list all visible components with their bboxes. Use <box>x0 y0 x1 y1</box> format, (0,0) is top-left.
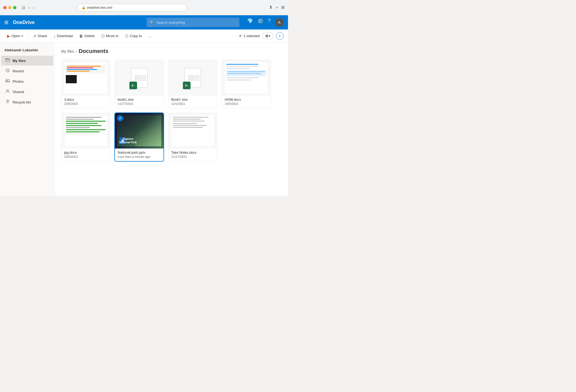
file-name: book1.xlsx <box>118 98 161 102</box>
maximize-window-button[interactable] <box>13 6 16 9</box>
info-button[interactable]: i <box>276 32 284 40</box>
file-card-3docx[interactable]: 3.docx 10/5/2021 <box>61 60 110 108</box>
file-info-takenotesdocx: Take Notes.docx 11/17/2021 <box>168 149 217 161</box>
content-area: My files › Documents <box>55 43 288 196</box>
download-button[interactable]: ↓ Download <box>51 32 76 40</box>
docx-notes-preview <box>171 115 215 147</box>
docx-text-preview <box>224 62 268 94</box>
copy-to-button[interactable]: ⬡ Copy to <box>122 32 145 40</box>
close-window-button[interactable] <box>3 6 7 9</box>
sidebar-item-recent[interactable]: Recent <box>1 66 53 76</box>
share-icon: ↗ <box>33 34 36 38</box>
breadcrumb-parent[interactable]: My files <box>61 49 74 54</box>
back-button[interactable]: ‹ <box>27 4 31 11</box>
file-card-takenotesdocx[interactable]: Take Notes.docx 11/17/2021 <box>168 113 217 161</box>
file-grid: 3.docx 10/5/2021 <box>61 60 281 161</box>
file-thumbnail-howdocx <box>222 60 271 96</box>
avatar[interactable]: A <box>275 18 284 27</box>
open-label: Open <box>11 34 20 38</box>
more-button[interactable]: ... <box>146 32 154 39</box>
file-date: 10/5/2021 <box>64 102 107 105</box>
onedrive-app: ⊞ OneDrive 🔍 💎 ⚙️ ? A ▶ Open ▾ ↗ Share ↓… <box>0 15 288 196</box>
move-icon: ⬡ <box>101 34 105 38</box>
grid-view-icon: ⊞ <box>265 34 268 38</box>
file-info-pptx: National-park.pptx Less than a minute ag… <box>115 149 164 161</box>
breadcrumb-separator: › <box>76 49 77 54</box>
my-files-label: My files <box>13 59 26 63</box>
settings-icon[interactable]: ⚙️ <box>257 18 263 27</box>
delete-button[interactable]: 🗑 Delete <box>76 32 97 40</box>
file-name: 3.docx <box>64 98 107 102</box>
open-button[interactable]: ▶ Open ▾ <box>4 32 26 40</box>
url-bar[interactable]: 🔒 onedrive.live.com <box>78 4 187 11</box>
share-page-icon[interactable]: ⬆ <box>269 5 273 10</box>
sidebar-item-photos[interactable]: Photos <box>1 76 53 86</box>
sidebar-item-shared[interactable]: Shared <box>1 87 53 97</box>
sidebar-user: Aleksandr Lukashin <box>0 45 54 55</box>
shared-label: Shared <box>13 90 24 94</box>
help-icon[interactable]: ? <box>268 18 271 27</box>
file-card-jpgdocx[interactable]: jpg.docx 10/5/2021 <box>61 113 110 161</box>
sidebar-item-recycle-bin[interactable]: Recycle bin <box>1 97 53 107</box>
grid-icon[interactable]: ⊞ <box>281 5 285 10</box>
view-toggle-button[interactable]: ⊞ ▾ <box>263 32 273 39</box>
close-selection-icon[interactable]: ✕ <box>239 34 242 38</box>
file-thumbnail-3docx <box>61 60 110 96</box>
file-date: 11/27/2021 <box>118 102 161 105</box>
browser-chrome: ⊡ ‹ › 🔒 onedrive.live.com ⬆ ＋ ⊞ <box>0 0 288 15</box>
file-info-book1xlsx: book1.xlsx 11/27/2021 <box>115 96 164 108</box>
search-bar[interactable]: 🔍 <box>147 18 239 27</box>
file-date: Less than a minute ago <box>118 155 161 158</box>
file-info-book7xlsx: Book7.xlsx 12/1/2021 <box>168 96 217 108</box>
more-icon: ... <box>149 34 152 38</box>
separator-1 <box>28 33 28 39</box>
file-date: 11/17/2021 <box>171 155 214 158</box>
file-date: 10/5/2021 <box>225 102 268 105</box>
file-name: jpg.docx <box>64 151 107 155</box>
photos-label: Photos <box>13 79 23 84</box>
file-date: 12/1/2021 <box>171 102 214 105</box>
minimize-window-button[interactable] <box>8 6 11 9</box>
toolbar: ▶ Open ▾ ↗ Share ↓ Download 🗑 Delete ⬡ M… <box>0 29 288 43</box>
search-icon: 🔍 <box>150 20 154 25</box>
file-card-book7xlsx[interactable]: X ≡ Book7.xlsx 12/1/2021 <box>168 60 217 108</box>
move-to-button[interactable]: ⬡ Move to <box>99 32 121 40</box>
file-name: National-park.pptx <box>118 151 161 155</box>
delete-icon: 🗑 <box>79 34 83 38</box>
download-icon: ↓ <box>54 34 56 38</box>
sidebar-toggle-button[interactable]: ⊡ <box>21 4 26 11</box>
file-name: HOW.docx <box>225 98 268 102</box>
photos-icon <box>5 79 10 84</box>
file-card-howdocx[interactable]: HOW.docx 10/5/2021 <box>222 60 271 108</box>
app-logo: OneDrive <box>13 20 35 25</box>
file-card-book1xlsx[interactable]: X ≡ book1.xlsx 11/27/2021 <box>115 60 164 108</box>
file-card-nationalparkpptx[interactable]: ✓ Saguaro National Park 🔄 <box>115 113 164 161</box>
top-nav: ⊞ OneDrive 🔍 💎 ⚙️ ? A <box>0 15 288 29</box>
copy-icon: ⬡ <box>125 34 128 38</box>
file-thumbnail-book7xlsx: X ≡ <box>168 60 217 96</box>
sidebar-item-my-files[interactable]: My files <box>1 56 53 66</box>
file-info-3docx: 3.docx 10/5/2021 <box>61 96 110 108</box>
excel-badge-2: X ≡ <box>183 82 191 89</box>
file-thumbnail-book1xlsx: X ≡ <box>115 60 164 96</box>
share-label: Share <box>38 34 47 38</box>
selected-count-label: 1 selected <box>244 34 260 38</box>
download-label: Download <box>57 34 73 38</box>
share-button[interactable]: ↗ Share <box>30 32 50 40</box>
recent-label: Recent <box>13 69 24 73</box>
url-text: onedrive.live.com <box>87 6 112 10</box>
file-name: Book7.xlsx <box>171 98 214 102</box>
svg-point-4 <box>7 90 8 91</box>
search-input[interactable] <box>156 20 236 25</box>
new-tab-icon[interactable]: ＋ <box>275 5 279 10</box>
excel-icon-2: X ≡ <box>185 68 201 88</box>
waffle-icon[interactable]: ⊞ <box>4 19 8 25</box>
diamond-icon[interactable]: 💎 <box>247 18 253 27</box>
file-date: 10/5/2021 <box>64 155 107 158</box>
excel-icon: X ≡ <box>131 68 147 88</box>
selection-checkmark: ✓ <box>117 115 123 121</box>
selected-count: ✕ 1 selected <box>239 34 260 38</box>
recycle-bin-icon <box>5 99 10 105</box>
forward-button[interactable]: › <box>32 4 35 11</box>
move-to-label: Move to <box>106 34 118 38</box>
